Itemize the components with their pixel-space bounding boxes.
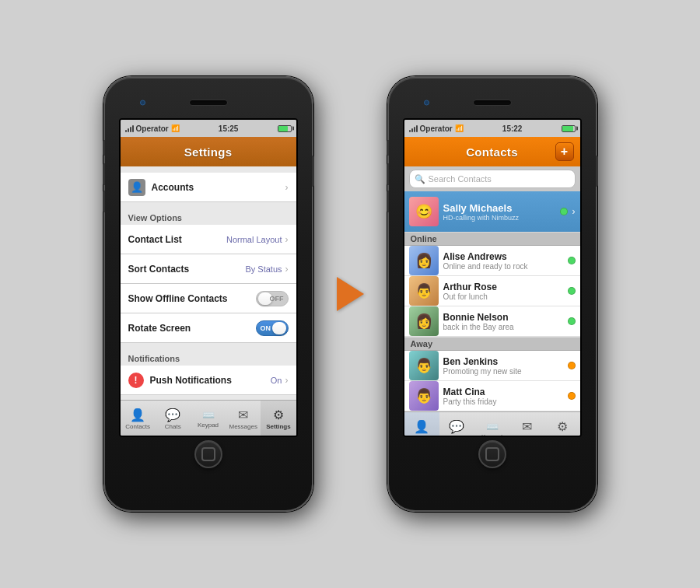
scene: Operator 📶 15:25 Settings [0,76,700,512]
tab-chats[interactable]: 💬 Chats [156,401,191,436]
push-notif-value-text: On [271,376,282,385]
sally-face: 😊 [409,197,439,226]
arthur-status: Out for lunch [443,292,563,301]
home-button-1[interactable] [194,440,222,468]
contact-alise[interactable]: 👩 Alise Andrews Online and ready to rock [404,246,580,276]
settings-tab-icon-2: ⚙ [557,419,568,434]
settings-tab-icon: ⚙ [273,408,284,422]
show-offline-row[interactable]: Show Offline Contacts OFF [121,284,296,313]
contact-ben[interactable]: 👨 Ben Jenkins Promoting my new site [404,351,580,381]
settings-content: 👤 Accounts › View Options Contact List [121,166,296,436]
settings-tab-label-2: Settings [551,435,573,436]
signal-bar-3b [414,127,415,132]
show-offline-toggle[interactable]: OFF [256,291,289,306]
contacts-screen: Operator 📶 15:22 Contacts + [403,118,582,437]
contact-bonnie[interactable]: 👩 Bonnie Nelson back in the Bay area [404,306,580,337]
sort-contacts-value: By Status › [245,264,288,275]
alise-indicator [568,257,576,264]
arthur-avatar: 👨 [409,276,439,306]
side-btn-left3-2 [387,191,389,212]
push-notif-chevron: › [285,375,289,386]
tab-contacts[interactable]: 👤 Contacts [121,401,156,436]
add-contact-button[interactable]: + [555,142,574,161]
status-left-2: Operator 📶 [409,124,464,133]
home-button-inner-1 [201,447,215,461]
away-section-header: Away [404,337,580,351]
sort-contacts-row[interactable]: Sort Contacts By Status › [121,254,296,284]
rotate-screen-toggle[interactable]: ON [256,320,289,336]
signal-bar-4b [416,125,418,132]
tab-chats-2[interactable]: 💬 Chats [439,412,474,436]
tab-messages[interactable]: ✉ Messages [226,401,261,436]
keypad-tab-label-2: Keypad [481,433,502,436]
alise-name: Alise Andrews [443,251,563,262]
sally-sub: HD-calling with Nimbuzz [443,214,555,222]
tab-keypad[interactable]: ⌨️ Keypad [191,401,226,436]
search-placeholder: Search Contacts [429,174,492,184]
phone-contacts: Operator 📶 15:22 Contacts + [387,76,597,512]
contact-list-left: Contact List [128,234,182,245]
alise-avatar: 👩 [409,246,439,275]
settings-list: 👤 Accounts › View Options Contact List [121,166,296,400]
contacts-nav-header: Contacts + [404,137,580,166]
signal-bar-2b [411,128,413,132]
signal-bar-4 [132,125,134,132]
contact-arthur[interactable]: 👨 Arthur Rose Out for lunch [404,276,580,306]
ben-indicator [568,362,576,369]
operator-label-2: Operator [420,124,453,133]
tab-messages-2[interactable]: ✉ Messages [509,412,544,436]
search-bar[interactable]: 🔍 Search Contacts [409,170,576,188]
push-notifications-row[interactable]: ! Push Notifications On › [121,366,296,395]
operator-label: Operator [136,124,169,133]
signal-bar-3 [130,127,131,132]
rotate-screen-row[interactable]: Rotate Screen ON [121,313,296,343]
alise-info: Alise Andrews Online and ready to rock [443,251,563,271]
tab-keypad-2[interactable]: ⌨️ Keypad [474,412,509,436]
settings-screen: Operator 📶 15:25 Settings [119,118,298,437]
sally-right: › [560,206,576,217]
contacts-tab-label: Contacts [125,423,150,430]
notif-icon: ! [128,373,144,388]
matt-status: Party this friday [443,397,563,406]
bonnie-indicator [568,317,576,325]
contact-list-row[interactable]: Contact List Normal Layout › [121,225,296,254]
sally-chevron: › [572,206,576,217]
notifications-header: Notifications [121,349,296,366]
home-button-2[interactable] [478,440,506,468]
side-btn-left2 [103,163,105,185]
featured-contact[interactable]: 😊 Sally Michaels HD-calling with Nimbuzz… [404,191,580,232]
accounts-row[interactable]: 👤 Accounts › [121,173,296,202]
messages-tab-icon: ✉ [238,408,248,422]
battery-icon-2 [562,125,576,132]
side-btn-left1-2 [387,140,389,156]
online-section-header: Online [404,232,580,246]
contact-matt[interactable]: 👨 Matt Cina Party this friday [404,381,580,411]
matt-name: Matt Cina [443,387,563,397]
account-icon: 👤 [128,179,145,196]
sally-avatar: 😊 [409,197,439,226]
sally-info: Sally Michaels HD-calling with Nimbuzz [443,202,555,222]
settings-title: Settings [184,145,233,159]
top-spacer [121,166,296,173]
tab-settings-2[interactable]: ⚙ Settings [544,412,579,436]
time-display-2: 15:22 [502,124,523,133]
contact-list-value-text: Normal Layout [226,235,282,244]
tab-contacts-2[interactable]: 👤 Contacts [404,412,439,436]
contacts-tab-label-2: Contacts [408,435,435,436]
contacts-tab-bar: 👤 Contacts 💬 Chats ⌨️ Keypad ✉ Messages [404,411,580,436]
spacer2 [121,343,296,349]
search-bar-wrap: 🔍 Search Contacts [404,166,580,191]
bonnie-name: Bonnie Nelson [443,312,563,323]
add-btn-icon: + [561,145,568,159]
settings-tab-bar: 👤 Contacts 💬 Chats ⌨️ Keypad ✉ Messages [121,400,296,436]
keypad-tab-icon-2: ⌨️ [486,421,499,432]
show-offline-label: Show Offline Contacts [128,293,228,304]
sort-contacts-label: Sort Contacts [128,264,190,275]
matt-face: 👨 [409,381,439,411]
accounts-row-left: 👤 Accounts [128,179,194,196]
chats-tab-label-2: Chats [449,435,465,436]
matt-info: Matt Cina Party this friday [443,387,563,406]
arthur-dot [568,287,576,295]
tab-settings[interactable]: ⚙ Settings [261,401,296,436]
time-display: 15:25 [219,124,239,133]
